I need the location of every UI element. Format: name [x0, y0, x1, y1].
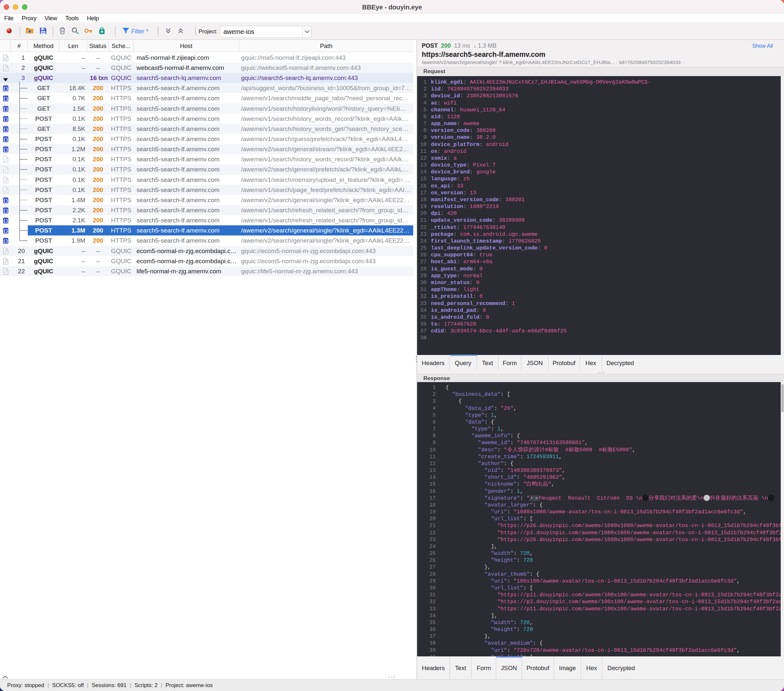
svg-text:{}: {}	[3, 97, 8, 102]
svg-text:{}: {}	[3, 229, 8, 234]
svg-text:{}: {}	[3, 107, 8, 112]
svg-text:{}: {}	[3, 219, 8, 223]
svg-text:{}: {}	[3, 209, 8, 213]
svg-text:{}: {}	[3, 239, 8, 244]
svg-text:{}: {}	[3, 127, 8, 132]
svg-text:{}: {}	[3, 87, 8, 91]
svg-text:{}: {}	[3, 148, 8, 152]
svg-text:{}: {}	[3, 138, 8, 142]
svg-text:{}: {}	[3, 117, 8, 122]
svg-text:{}: {}	[3, 199, 8, 203]
